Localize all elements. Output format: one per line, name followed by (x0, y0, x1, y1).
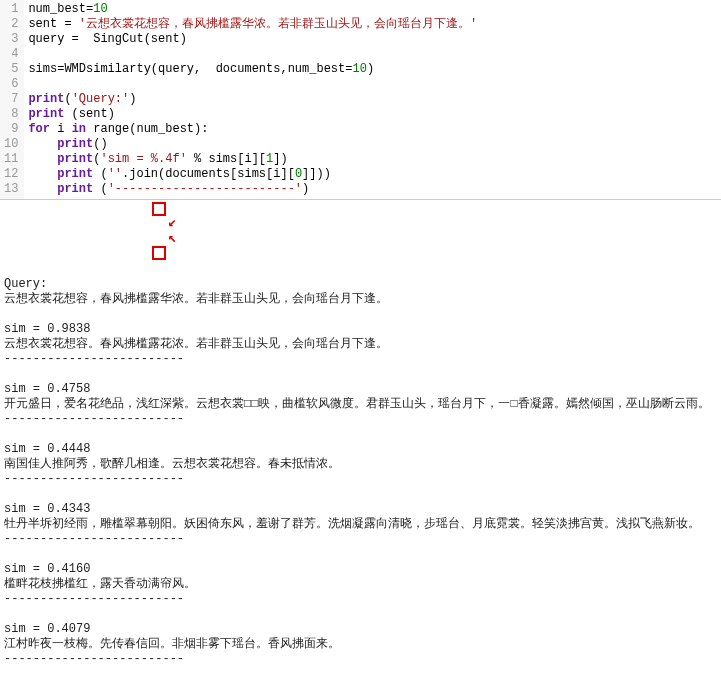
code-line[interactable]: print('sim = %.4f' % sims[i][1]) (28, 152, 717, 167)
code-line[interactable]: sent = '云想衣裳花想容，春风拂槛露华浓。若非群玉山头见，会向瑶台月下逢。… (28, 17, 717, 32)
code-line[interactable]: sims=WMDsimilarty(query, documents,num_b… (28, 62, 717, 77)
line-number: 4 (4, 47, 18, 62)
code-line[interactable]: print('Query:') (28, 92, 717, 107)
code-line[interactable]: print ('-------------------------') (28, 182, 717, 197)
arrow-icon: ↖ (168, 231, 176, 246)
line-number: 3 (4, 32, 18, 47)
code-line[interactable]: print (''.join(documents[sims[i][0]])) (28, 167, 717, 182)
line-number: 10 (4, 137, 18, 152)
code-line[interactable] (28, 77, 717, 92)
code-editor[interactable]: 12345678910111213 num_best=10sent = '云想衣… (0, 0, 721, 200)
line-number: 13 (4, 182, 18, 197)
line-number: 6 (4, 77, 18, 92)
line-number: 12 (4, 167, 18, 182)
highlight-box-icon (152, 246, 166, 260)
line-number: 9 (4, 122, 18, 137)
output-panel: ↙ ↖ Query: 云想衣裳花想容，春风拂槛露华浓。若非群玉山头见，会向瑶台月… (0, 200, 721, 682)
code-line[interactable]: for i in range(num_best): (28, 122, 717, 137)
line-number: 2 (4, 17, 18, 32)
line-number: 7 (4, 92, 18, 107)
line-number-gutter: 12345678910111213 (0, 0, 24, 199)
code-line[interactable]: num_best=10 (28, 2, 717, 17)
arrow-icon: ↙ (168, 215, 176, 230)
highlight-box-icon (152, 202, 166, 216)
code-line[interactable]: print (sent) (28, 107, 717, 122)
output-text: Query: 云想衣裳花想容，春风拂槛露华浓。若非群玉山头见，会向瑶台月下逢。 … (4, 277, 717, 682)
line-number: 5 (4, 62, 18, 77)
line-number: 11 (4, 152, 18, 167)
code-line[interactable]: print() (28, 137, 717, 152)
line-number: 8 (4, 107, 18, 122)
code-line[interactable]: query = SingCut(sent) (28, 32, 717, 47)
code-area[interactable]: num_best=10sent = '云想衣裳花想容，春风拂槛露华浓。若非群玉山… (24, 0, 721, 199)
line-number: 1 (4, 2, 18, 17)
code-line[interactable] (28, 47, 717, 62)
